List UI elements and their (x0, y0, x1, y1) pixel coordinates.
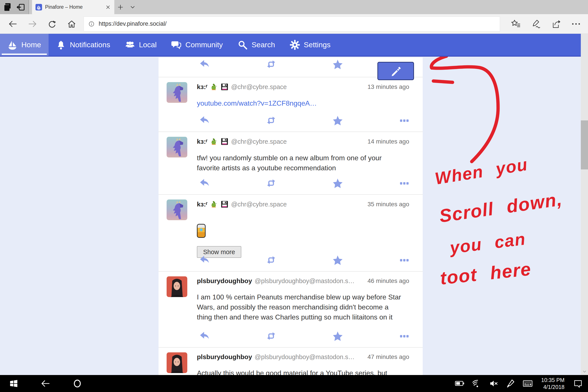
nav-item-home[interactable]: Home (0, 34, 48, 56)
toot-link[interactable]: youtube.com/watch?v=1ZCF8ngqeA… (197, 99, 317, 107)
favorite-star-icon[interactable] (332, 116, 343, 126)
web-note-icon[interactable] (529, 17, 543, 31)
timestamp[interactable]: 35 minutes ago (368, 201, 412, 208)
timestamp[interactable]: 46 minutes ago (368, 278, 412, 284)
timestamp[interactable]: 14 minutes ago (368, 138, 412, 145)
action-center-icon[interactable] (572, 378, 584, 389)
nav-item-notifications[interactable]: Notifications (48, 34, 118, 56)
url-input[interactable]: https://dev.pinafore.social/ (84, 16, 500, 31)
timestamp[interactable]: 47 minutes ago (368, 354, 412, 360)
touch-keyboard-icon[interactable] (522, 378, 533, 389)
volume-muted-icon[interactable] (488, 378, 499, 389)
pencil-icon (390, 65, 401, 77)
set-tabs-aside-icon[interactable] (16, 2, 26, 12)
toot-text: tfw! you randomly stumble on a new album… (197, 153, 412, 173)
back-icon[interactable] (6, 17, 20, 31)
more-options-icon[interactable] (400, 178, 409, 185)
scrollbar-down-icon[interactable] (581, 369, 588, 374)
more-options-icon[interactable] (400, 116, 409, 122)
nav-label: Settings (304, 40, 330, 49)
account-handle[interactable]: @chr@cybre.space (231, 84, 287, 90)
nav-label: Home (21, 40, 41, 49)
avatar[interactable] (166, 352, 187, 373)
pinafore-nav: Home Notifications Local Community Searc… (0, 34, 588, 56)
browser-tab[interactable]: Pinafore – Home (32, 0, 114, 14)
tab-preview-icon[interactable] (3, 2, 13, 12)
refresh-icon[interactable] (45, 17, 59, 31)
start-button-icon[interactable] (4, 375, 24, 392)
favorites-hub-icon[interactable] (509, 17, 523, 31)
reply-icon[interactable] (199, 59, 210, 69)
avatar[interactable] (166, 137, 187, 158)
nav-item-search[interactable]: Search (230, 34, 282, 56)
dragon-avatar-image (166, 82, 187, 103)
avatar[interactable] (166, 200, 187, 220)
taskbar-back-icon[interactable] (36, 375, 55, 392)
site-info-icon[interactable] (88, 20, 95, 28)
forward-icon[interactable] (26, 17, 39, 31)
share-icon[interactable] (549, 17, 563, 31)
toot-actions (158, 255, 423, 266)
display-name[interactable]: kз:ʳ (197, 138, 208, 145)
clock-time: 10:35 PM (541, 376, 564, 384)
home-icon[interactable] (65, 17, 78, 31)
pen-settings-icon[interactable] (505, 378, 516, 389)
display-name[interactable]: plsburydoughboy (197, 353, 252, 361)
close-tab-icon[interactable] (105, 4, 111, 10)
avatar[interactable] (166, 276, 187, 297)
boost-icon[interactable] (266, 255, 276, 265)
taskbar-clock[interactable]: 10:35 PM 4/1/2018 (539, 376, 567, 390)
nav-item-settings[interactable]: Settings (282, 34, 338, 56)
timestamp[interactable]: 13 minutes ago (368, 84, 412, 90)
display-name[interactable]: kз:ʳ (197, 83, 208, 90)
reply-icon[interactable] (199, 116, 210, 125)
display-name[interactable]: kз:ʳ (197, 200, 208, 208)
new-tab-icon[interactable] (114, 0, 126, 14)
dragon-emoji (210, 83, 218, 91)
nav-label: Search (252, 40, 275, 49)
boost-icon[interactable] (266, 59, 276, 69)
favorite-star-icon[interactable] (332, 59, 343, 70)
more-options-icon[interactable] (400, 331, 409, 338)
dragon-emoji (210, 138, 218, 146)
dragon-avatar-image (166, 200, 187, 220)
pinafore-page: kз:ʳ @chr@cybre.space 13 minutes ago you… (0, 58, 588, 375)
compose-toot-button[interactable] (378, 62, 414, 80)
account-handle[interactable]: @plsburydoughboy@mastodon.s… (254, 278, 354, 285)
reply-icon[interactable] (199, 178, 210, 188)
account-handle[interactable]: @plsburydoughboy@mastodon.s… (254, 354, 354, 361)
avatar[interactable] (166, 82, 187, 103)
account-handle[interactable]: @chr@cybre.space (231, 201, 287, 208)
floppy-disk-emoji (220, 138, 228, 146)
display-name[interactable]: plsburydoughboy (197, 277, 252, 285)
more-menu-icon[interactable] (569, 17, 583, 31)
wifi-icon[interactable] (471, 378, 482, 389)
toot-partial (158, 58, 423, 77)
windows-taskbar: 10:35 PM 4/1/2018 (0, 375, 588, 392)
favorite-star-icon[interactable] (332, 331, 343, 342)
reply-icon[interactable] (199, 331, 210, 340)
bell-icon (56, 40, 66, 50)
nav-label: Local (139, 40, 156, 49)
chat-bubbles-icon (172, 40, 182, 50)
toot: plsburydoughboy @plsburydoughboy@mastodo… (158, 272, 423, 348)
tab-list-chevron-icon[interactable] (126, 0, 139, 14)
account-handle[interactable]: @chr@cybre.space (231, 138, 287, 145)
scrollbar-thumb[interactable] (581, 120, 588, 170)
browser-tab-bar: Pinafore – Home (0, 0, 588, 14)
boost-icon[interactable] (266, 331, 276, 341)
more-options-icon[interactable] (400, 255, 409, 262)
boost-icon[interactable] (266, 178, 276, 188)
reply-icon[interactable] (199, 255, 210, 264)
favorite-star-icon[interactable] (332, 178, 343, 189)
browser-scrollbar[interactable] (581, 34, 588, 375)
nav-item-community[interactable]: Community (164, 34, 230, 56)
cortana-icon[interactable] (68, 375, 87, 392)
clock-date: 4/1/2018 (541, 384, 564, 390)
nav-item-local[interactable]: Local (118, 34, 164, 56)
tab-title: Pinafore – Home (45, 4, 102, 10)
toot-actions (158, 331, 423, 342)
battery-icon[interactable] (454, 378, 466, 389)
favorite-star-icon[interactable] (332, 255, 343, 266)
boost-icon[interactable] (266, 116, 276, 126)
